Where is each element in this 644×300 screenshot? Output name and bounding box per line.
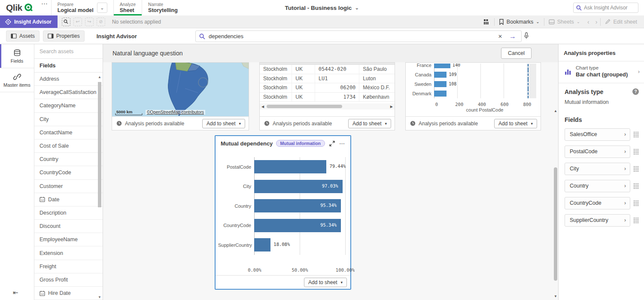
main-scrollbar[interactable]: ▲ ▼ <box>553 107 558 300</box>
category-label: Denmark <box>409 91 434 96</box>
scrollbar-thumb[interactable] <box>98 82 101 207</box>
bookmarks-button[interactable]: Bookmarks ⌄ <box>495 15 544 28</box>
undo-selection-icon[interactable]: ↩ <box>73 18 82 26</box>
qlik-logo[interactable]: Qlik <box>0 0 38 15</box>
map-attribution-link[interactable]: ©OpenStreetMap contributors <box>146 110 205 115</box>
scroll-down-icon[interactable]: ▼ <box>553 294 558 298</box>
clear-selections-icon[interactable]: ⊘ <box>97 18 105 26</box>
add-to-sheet-button[interactable]: Add to sheet ▾ <box>494 119 537 128</box>
field-chip[interactable]: CountryCode› <box>565 197 630 209</box>
rail-item-fields[interactable]: Fields <box>0 44 34 68</box>
field-chip[interactable]: SupplierCountry› <box>565 214 630 227</box>
nav-narrate[interactable]: Narrate Storytelling <box>142 0 184 15</box>
bar[interactable] <box>434 91 447 97</box>
scroll-up-icon[interactable]: ▲ <box>97 75 102 79</box>
insight-search-bar[interactable]: ✕ → <box>195 30 522 42</box>
field-list-item[interactable]: Gross Profit <box>34 273 103 287</box>
app-overview-grid-button[interactable] <box>479 15 494 28</box>
field-list-item[interactable]: AverageCallSatisfaction <box>34 86 103 99</box>
drag-handle-icon[interactable] <box>633 183 639 189</box>
expand-icon[interactable] <box>329 141 335 146</box>
collapse-panel-icon[interactable]: ⇤ <box>13 289 18 297</box>
scroll-right-icon[interactable]: ▶ <box>389 105 395 109</box>
bar[interactable] <box>254 238 270 252</box>
field-list-item[interactable]: Discount <box>34 220 103 233</box>
smart-search-icon[interactable] <box>62 18 70 26</box>
table-body: StockholmUK05442-020São PauloStockholmUK… <box>260 65 395 102</box>
bar-track: 18.08% <box>254 235 345 255</box>
sheets-button[interactable]: Sheets ⌄ <box>544 15 584 28</box>
assets-scrollbar[interactable]: ▲ ▼ <box>97 75 102 299</box>
microphone-icon[interactable] <box>524 32 529 39</box>
bar[interactable] <box>254 160 326 173</box>
field-list-item[interactable]: City <box>34 113 103 126</box>
field-list-item[interactable]: Extension <box>34 246 103 260</box>
chevron-right-icon: › <box>638 68 640 75</box>
previous-sheet-icon[interactable]: ‹ <box>584 18 592 25</box>
field-chip[interactable]: City› <box>565 163 630 175</box>
assets-search[interactable] <box>34 44 103 59</box>
add-to-sheet-button[interactable]: Add to sheet ▾ <box>348 119 391 128</box>
edit-sheet-button[interactable]: Edit sheet <box>601 15 644 28</box>
next-sheet-icon[interactable]: › <box>592 18 601 25</box>
drag-handle-icon[interactable] <box>633 200 639 206</box>
field-list-item[interactable]: EmployeeName <box>34 233 103 246</box>
insight-search-input[interactable] <box>209 33 493 39</box>
redo-selection-icon[interactable]: ↪ <box>85 18 94 26</box>
assets-button[interactable]: Assets <box>6 30 39 42</box>
field-list-item[interactable]: 12Hire Date <box>34 287 103 300</box>
ask-insight-advisor-box[interactable] <box>573 3 638 13</box>
table-horizontal-scrollbar[interactable]: ◀ ▶ <box>260 103 395 109</box>
more-options-icon[interactable]: ⋯ <box>338 140 346 147</box>
clear-search-icon[interactable]: ✕ <box>496 33 504 39</box>
field-chip[interactable]: SalesOffice› <box>565 128 630 141</box>
properties-button[interactable]: Properties <box>43 30 85 42</box>
map-chart-card[interactable]: 5000 km ©OpenStreetMap contributors Anal… <box>112 62 249 130</box>
chevron-down-icon: ⌄ <box>355 5 359 11</box>
add-to-sheet-button[interactable]: Add to sheet ▾ <box>304 278 347 287</box>
nav-analyze[interactable]: Analyze Sheet <box>113 0 142 15</box>
drag-handle-icon[interactable] <box>633 217 639 224</box>
field-chip[interactable]: PostalCode› <box>565 145 630 158</box>
out-of-range-zone <box>529 64 536 70</box>
prepare-dropdown-button[interactable]: ⌄ <box>97 3 107 13</box>
bar[interactable] <box>434 81 447 87</box>
field-list-item[interactable]: CategoryName <box>34 99 103 112</box>
scroll-down-icon[interactable]: ▼ <box>97 295 102 299</box>
bar[interactable] <box>434 72 447 78</box>
nav-prepare[interactable]: Prepare Logical model ⌄ <box>51 0 113 15</box>
cancel-button[interactable]: Cancel <box>501 48 532 59</box>
bar[interactable] <box>434 64 450 68</box>
table-chart-card[interactable]: StockholmUK05442-020São PauloStockholmUK… <box>259 62 395 130</box>
assets-search-input[interactable] <box>39 48 97 55</box>
field-list-item[interactable]: CountryCode <box>34 166 103 179</box>
help-icon[interactable]: ? <box>632 88 639 95</box>
bar-chart-card[interactable]: France140Canada109Sweden108Denmark 02004… <box>405 62 541 130</box>
field-list-item[interactable]: Address <box>34 73 103 86</box>
field-list-item[interactable]: Customer <box>34 180 103 193</box>
more-menu-icon[interactable]: ⋯ <box>38 0 51 15</box>
add-to-sheet-button[interactable]: Add to sheet ▾ <box>202 119 245 128</box>
field-list-item[interactable]: Cost of Sale <box>34 139 103 153</box>
chart-type-row[interactable]: Chart type Bar chart (grouped) › <box>559 61 644 83</box>
selected-chart-card[interactable]: Mutual dependency bet... Mutual informat… <box>215 135 351 290</box>
insight-advisor-button[interactable]: Insight Advisor <box>0 15 58 28</box>
app-title[interactable]: Tutorial - Business logic ⌄ <box>285 0 359 15</box>
field-list-item[interactable]: 12Date <box>34 193 103 206</box>
scroll-up-icon[interactable]: ▲ <box>553 109 558 113</box>
drag-handle-icon[interactable] <box>633 131 639 138</box>
submit-search-icon[interactable]: → <box>507 33 518 40</box>
ask-insight-advisor-input[interactable] <box>584 5 635 11</box>
scrollbar-thumb[interactable] <box>267 105 342 108</box>
field-chip-label: SupplierCountry <box>570 217 608 223</box>
drag-handle-icon[interactable] <box>633 148 639 155</box>
field-list-item[interactable]: Country <box>34 153 103 166</box>
scrollbar-thumb[interactable] <box>554 167 557 281</box>
field-chip[interactable]: Country› <box>565 180 630 192</box>
scroll-left-icon[interactable]: ◀ <box>260 105 266 109</box>
drag-handle-icon[interactable] <box>633 166 639 172</box>
rail-item-master-items[interactable]: Master items <box>0 68 34 92</box>
field-list-item[interactable]: ContactName <box>34 126 103 139</box>
field-list-item[interactable]: Freight <box>34 260 103 273</box>
field-list-item[interactable]: Description <box>34 206 103 220</box>
